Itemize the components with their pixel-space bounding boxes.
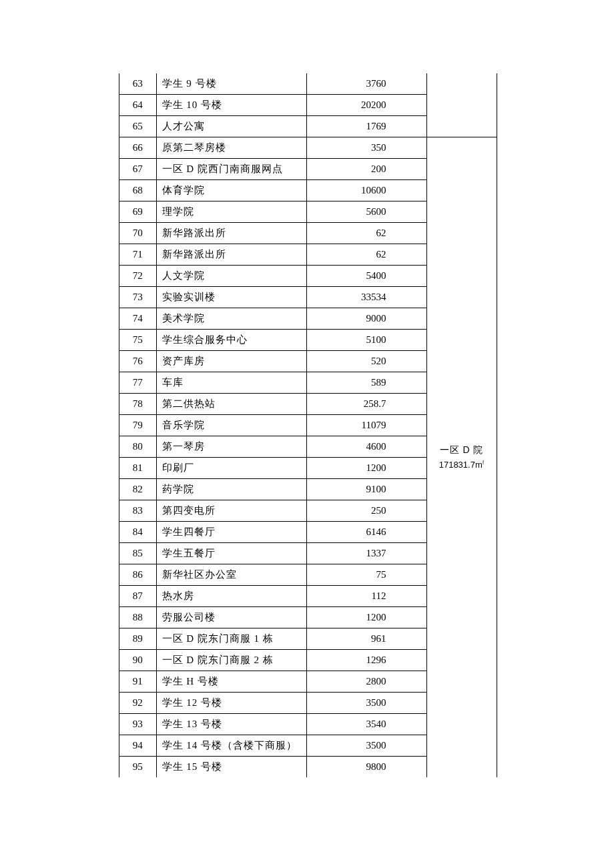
row-value: 33534 [306,287,426,308]
row-value: 258.7 [306,394,426,415]
row-name: 学生五餐厅 [156,543,306,564]
row-value: 5600 [306,201,426,223]
row-number: 92 [119,693,156,714]
table-row: 87热水房112 [119,586,426,607]
table-row: 67一区 D 院西门南商服网点200 [119,159,426,180]
table-body: 63学生 9 号楼376064学生 10 号楼2020065人才公寓176966… [119,73,426,777]
row-value: 200 [306,159,426,180]
row-number: 73 [119,287,156,308]
row-name: 学生综合服务中心 [156,330,306,351]
row-name: 一区 D 院东门商服 2 栋 [156,650,306,671]
row-value: 62 [306,223,426,244]
summary-main: 一区 D 院 171831.7m! [427,137,497,777]
row-value: 1769 [306,116,426,137]
row-value: 1200 [306,607,426,628]
row-number: 83 [119,500,156,522]
row-name: 实验实训楼 [156,287,306,308]
row-name: 人才公寓 [156,116,306,137]
table-row: 91学生 H 号楼2800 [119,671,426,693]
row-name: 劳服公司楼 [156,607,306,628]
table-row: 79音乐学院11079 [119,415,426,436]
row-number: 64 [119,95,156,116]
row-value: 3500 [306,735,426,757]
table-row: 90一区 D 院东门商服 2 栋1296 [119,650,426,671]
row-number: 66 [119,137,156,159]
row-number: 82 [119,479,156,500]
row-name: 原第二琴房楼 [156,137,306,159]
row-number: 67 [119,159,156,180]
row-name: 一区 D 院西门南商服网点 [156,159,306,180]
row-number: 93 [119,714,156,735]
row-number: 69 [119,201,156,223]
row-value: 520 [306,351,426,372]
row-number: 72 [119,266,156,287]
table-row: 89一区 D 院东门商服 1 栋961 [119,628,426,650]
row-value: 3540 [306,714,426,735]
table-row: 74美术学院9000 [119,308,426,330]
row-value: 350 [306,137,426,159]
row-number: 65 [119,116,156,137]
table-row: 77车库589 [119,372,426,394]
row-number: 85 [119,543,156,564]
table-row: 85学生五餐厅1337 [119,543,426,564]
row-name: 热水房 [156,586,306,607]
row-number: 86 [119,564,156,586]
row-name: 学生四餐厅 [156,522,306,543]
summary-area-sup: ! [483,459,485,466]
row-name: 理学院 [156,201,306,223]
row-name: 新华路派出所 [156,244,306,266]
row-number: 77 [119,372,156,394]
row-value: 112 [306,586,426,607]
table-row: 80第一琴房4600 [119,436,426,458]
row-number: 90 [119,650,156,671]
table-row: 88劳服公司楼1200 [119,607,426,628]
row-value: 3500 [306,693,426,714]
row-number: 94 [119,735,156,757]
row-name: 第二供热站 [156,394,306,415]
table-row: 75学生综合服务中心5100 [119,330,426,351]
row-name: 资产库房 [156,351,306,372]
row-name: 学生 12 号楼 [156,693,306,714]
buildings-table: 63学生 9 号楼376064学生 10 号楼2020065人才公寓176966… [119,73,427,777]
table-row: 92学生 12 号楼3500 [119,693,426,714]
row-value: 5400 [306,266,426,287]
row-number: 80 [119,436,156,458]
row-number: 74 [119,308,156,330]
row-value: 10600 [306,180,426,201]
row-value: 589 [306,372,426,394]
table-row: 82药学院9100 [119,479,426,500]
row-number: 78 [119,394,156,415]
row-name: 学生 H 号楼 [156,671,306,693]
row-name: 第一琴房 [156,436,306,458]
row-number: 68 [119,180,156,201]
row-value: 62 [306,244,426,266]
row-name: 音乐学院 [156,415,306,436]
row-value: 1337 [306,543,426,564]
row-number: 76 [119,351,156,372]
row-name: 学生 9 号楼 [156,73,306,95]
row-name: 学生 14 号楼（含楼下商服） [156,735,306,757]
row-name: 人文学院 [156,266,306,287]
row-value: 9000 [306,308,426,330]
row-value: 9100 [306,479,426,500]
table-row: 86新华社区办公室75 [119,564,426,586]
table-row: 76资产库房520 [119,351,426,372]
table-row: 71新华路派出所62 [119,244,426,266]
row-number: 81 [119,458,156,479]
row-value: 961 [306,628,426,650]
table-row: 84学生四餐厅6146 [119,522,426,543]
row-name: 学生 10 号楼 [156,95,306,116]
row-name: 药学院 [156,479,306,500]
summary-area: 171831.7m! [439,458,485,472]
row-number: 88 [119,607,156,628]
table-row: 73实验实训楼33534 [119,287,426,308]
row-number: 89 [119,628,156,650]
row-name: 一区 D 院东门商服 1 栋 [156,628,306,650]
row-value: 20200 [306,95,426,116]
table-row: 69理学院5600 [119,201,426,223]
summary-area-value: 171831.7m [439,460,483,470]
row-value: 2800 [306,671,426,693]
row-name: 体育学院 [156,180,306,201]
table-row: 78第二供热站258.7 [119,394,426,415]
row-name: 学生 13 号楼 [156,714,306,735]
